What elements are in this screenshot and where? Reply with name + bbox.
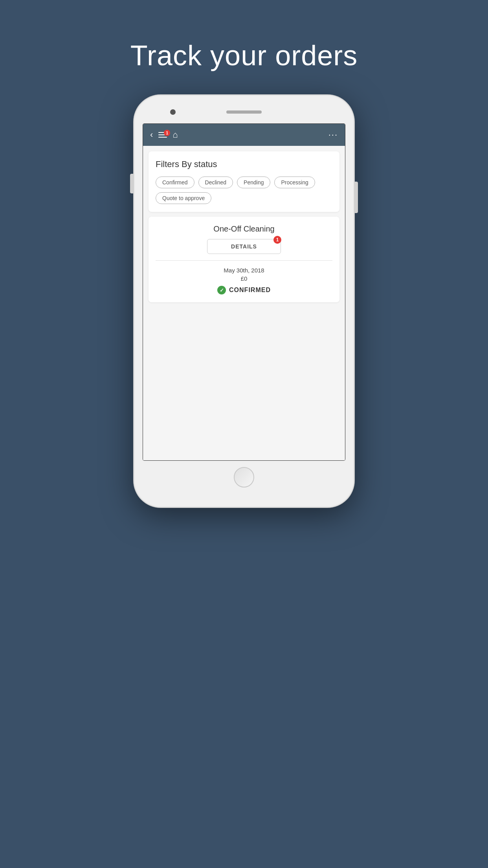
filter-tag-confirmed[interactable]: Confirmed [156,177,194,188]
menu-button[interactable]: 1 [158,132,167,138]
home-button-physical[interactable] [234,467,254,487]
order-status: CONFIRMED [156,286,332,294]
order-card: One-Off Cleaning DETAILS 1 May 30th, 201… [149,217,339,302]
order-divider [156,260,332,261]
details-button[interactable]: DETAILS [207,239,281,254]
order-price: £0 [156,275,332,282]
filter-tag-quote[interactable]: Quote to approve [156,192,211,204]
app-header: ‹ 1 ⌂ ··· [143,124,345,146]
app-content: Filters By status Confirmed Declined Pen… [143,146,345,460]
camera-icon [170,109,176,115]
page-title: Track your orders [130,39,358,72]
more-button[interactable]: ··· [328,130,338,140]
home-button[interactable]: ⌂ [172,130,178,140]
phone-shell: ‹ 1 ⌂ ··· Filters By status Conf [134,95,354,507]
filter-card: Filters By status Confirmed Declined Pen… [149,151,339,212]
filter-tag-processing[interactable]: Processing [274,177,315,188]
order-title: One-Off Cleaning [156,224,332,234]
filter-tag-pending[interactable]: Pending [237,177,270,188]
filter-card-title: Filters By status [156,159,332,169]
order-date: May 30th, 2018 [156,267,332,274]
header-left: ‹ 1 ⌂ [150,130,178,140]
filter-tag-declined[interactable]: Declined [198,177,233,188]
filter-tags: Confirmed Declined Pending Processing Qu… [156,177,332,204]
details-btn-wrap: DETAILS 1 [156,239,332,254]
status-label: CONFIRMED [229,287,271,294]
status-check-icon [217,286,226,294]
phone-top [143,106,345,118]
back-button[interactable]: ‹ [150,130,153,140]
phone-screen: ‹ 1 ⌂ ··· Filters By status Conf [143,123,345,461]
notification-badge: 1 [164,130,170,136]
order-meta: May 30th, 2018 £0 CONFIRMED [156,267,332,294]
speaker [226,110,262,114]
details-badge: 1 [273,236,281,244]
